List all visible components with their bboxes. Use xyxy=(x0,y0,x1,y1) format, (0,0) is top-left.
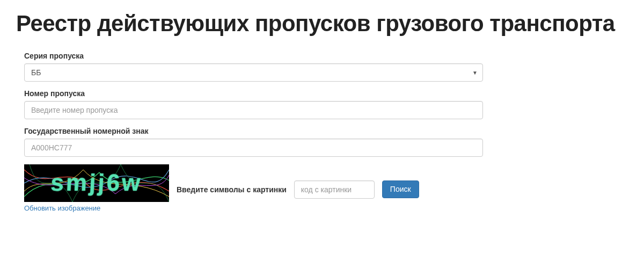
series-select[interactable]: ББ xyxy=(24,63,483,82)
series-label: Серия пропуска xyxy=(24,52,483,60)
captcha-image: smjj6w xyxy=(24,164,169,202)
refresh-captcha-link[interactable]: Обновить изображение xyxy=(24,203,169,214)
number-label: Номер пропуска xyxy=(24,89,483,98)
number-input[interactable] xyxy=(24,101,483,119)
search-form: Серия пропуска ББ ▼ Номер пропуска Госуд… xyxy=(16,52,483,214)
captcha-text: smjj6w xyxy=(50,169,143,196)
plate-label: Государственный номерной знак xyxy=(24,127,483,135)
plate-input[interactable] xyxy=(24,139,483,157)
page-title: Реестр действующих пропусков грузового т… xyxy=(16,11,628,37)
search-button[interactable]: Поиск xyxy=(382,180,419,199)
captcha-prompt-label: Введите символы с картинки xyxy=(177,185,287,194)
captcha-input[interactable] xyxy=(294,180,375,199)
